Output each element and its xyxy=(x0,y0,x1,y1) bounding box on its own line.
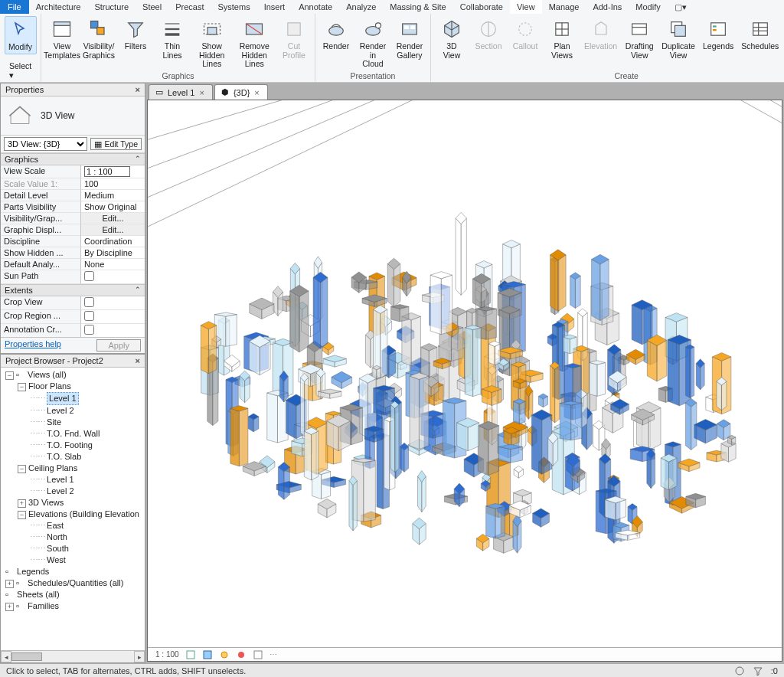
prop-value[interactable] xyxy=(80,310,145,324)
tree-node[interactable]: −Ceiling Plans xyxy=(2,463,143,474)
tree-node[interactable]: ⋯⋯ T.O. Slab xyxy=(2,451,143,463)
tree-node[interactable]: ⋯⋯ Level 1 xyxy=(2,392,143,405)
duplicate-button[interactable]: DuplicateView xyxy=(660,16,697,61)
link-icon[interactable] xyxy=(734,666,745,676)
close-icon[interactable]: × xyxy=(199,88,204,97)
modify-button[interactable]: Modify xyxy=(5,16,37,54)
prop-value[interactable] xyxy=(80,324,145,337)
tree-node[interactable]: ⋯⋯ Level 2 xyxy=(2,486,143,497)
file-menu[interactable]: File xyxy=(0,0,29,14)
menu-steel[interactable]: Steel xyxy=(136,0,168,14)
menu-annotate[interactable]: Annotate xyxy=(292,0,339,14)
prop-value[interactable]: Medium xyxy=(80,190,145,201)
prop-value[interactable]: Edit... xyxy=(80,224,145,236)
tree-node[interactable]: ▫ Legends xyxy=(2,566,143,577)
filter-icon[interactable] xyxy=(753,666,763,676)
menu-precast[interactable]: Precast xyxy=(168,0,211,14)
menu-systems[interactable]: Systems xyxy=(211,0,256,14)
checkbox[interactable] xyxy=(84,325,94,335)
select-dropdown[interactable]: Select ▾ xyxy=(5,60,36,81)
menu-view[interactable]: View xyxy=(510,0,542,14)
filters-button[interactable]: Filters xyxy=(119,16,152,53)
tree-node[interactable]: +3D Views xyxy=(2,497,143,509)
collapse-icon[interactable]: ⌃ xyxy=(135,286,141,295)
view-tab[interactable]: ⬢{3D}× xyxy=(214,84,268,100)
expand-icon[interactable]: + xyxy=(18,499,26,508)
expand-icon[interactable]: − xyxy=(18,383,26,391)
prop-value[interactable]: By Discipline xyxy=(80,247,145,259)
close-icon[interactable]: × xyxy=(136,356,140,365)
rendergallery-button[interactable]: RenderGallery xyxy=(394,16,426,61)
menu-collaborate[interactable]: Collaborate xyxy=(453,0,510,14)
visual-style-icon[interactable] xyxy=(202,649,213,660)
collapse-icon[interactable]: ⌃ xyxy=(135,155,141,164)
removehidden-button[interactable]: RemoveHidden Lines xyxy=(235,16,273,70)
tree-node[interactable]: −Floor Plans xyxy=(2,381,143,392)
expand-icon[interactable]: − xyxy=(18,465,26,473)
thinlines-button[interactable]: ThinLines xyxy=(156,16,188,61)
edit-type-button[interactable]: ▦ Edit Type xyxy=(90,138,142,150)
crop-icon[interactable] xyxy=(253,649,263,660)
view-tab[interactable]: ▭Level 1× xyxy=(149,84,213,100)
menu-modify[interactable]: Modify xyxy=(629,0,667,14)
project-tree[interactable]: −▫ Views (all)−Floor Plans⋯⋯ Level 1⋯⋯ L… xyxy=(1,368,145,650)
tree-node[interactable]: +▫ Schedules/Quantities (all) xyxy=(2,577,143,589)
showhidden-button[interactable]: ShowHidden Lines xyxy=(193,16,230,70)
visibility-button[interactable]: Visibility/Graphics xyxy=(83,16,115,61)
drafting-button[interactable]: DraftingView xyxy=(623,16,655,61)
tree-node[interactable]: ⋯⋯ South xyxy=(2,543,143,554)
tree-node[interactable]: ⋯⋯ North xyxy=(2,531,143,543)
expand-icon[interactable]: + xyxy=(5,580,14,588)
prop-value[interactable] xyxy=(80,296,145,310)
expand-icon[interactable]: − xyxy=(18,511,26,519)
expand-icon[interactable]: − xyxy=(5,371,14,380)
prop-value[interactable]: 1 : 100 xyxy=(80,165,145,178)
menu-manage[interactable]: Manage xyxy=(542,0,586,14)
view-scale[interactable]: 1 : 100 xyxy=(155,650,179,659)
prop-value[interactable]: Edit... xyxy=(80,213,145,224)
expand-icon[interactable]: + xyxy=(5,603,14,611)
menu-overflow[interactable]: ▢▾ xyxy=(668,0,694,14)
rendercloud-button[interactable]: Renderin Cloud xyxy=(357,16,389,70)
tree-node[interactable]: +▫ Families xyxy=(2,600,143,612)
render-button[interactable]: Render xyxy=(320,16,352,53)
checkbox[interactable] xyxy=(84,311,94,321)
checkbox[interactable] xyxy=(84,297,94,307)
checkbox[interactable] xyxy=(84,271,94,281)
shadow-icon[interactable] xyxy=(236,649,247,660)
tree-node[interactable]: ⋯⋯ Site xyxy=(2,417,143,428)
legends-button[interactable]: Legends xyxy=(701,16,735,53)
tree-node[interactable]: ⋯⋯ T.O. Fnd. Wall xyxy=(2,428,143,440)
type-selector[interactable]: 3D View: {3D} xyxy=(4,137,87,151)
tree-node[interactable]: ⋯⋯ T.O. Footing xyxy=(2,440,143,451)
menu-architecture[interactable]: Architecture xyxy=(29,0,88,14)
close-icon[interactable]: × xyxy=(254,88,259,97)
menu-analyze[interactable]: Analyze xyxy=(339,0,383,14)
prop-value[interactable]: 100 xyxy=(80,178,145,190)
menu-add-ins[interactable]: Add-Ins xyxy=(586,0,629,14)
browser-scroll[interactable]: ◂▸ xyxy=(1,650,145,662)
tree-node[interactable]: ⋯⋯ East xyxy=(2,520,143,531)
apply-button[interactable]: Apply xyxy=(96,339,141,352)
menu-structure[interactable]: Structure xyxy=(87,0,136,14)
tree-node[interactable]: −▫ Views (all) xyxy=(2,369,143,381)
tree-node[interactable]: −Elevations (Building Elevation xyxy=(2,509,143,520)
tree-node[interactable]: ⋯⋯ Level 2 xyxy=(2,405,143,417)
sun-icon[interactable] xyxy=(219,649,230,660)
schedules-button[interactable]: Schedules xyxy=(740,16,780,53)
tree-node[interactable]: ⋯⋯ West xyxy=(2,554,143,566)
tree-node[interactable]: ⋯⋯ Level 1 xyxy=(2,474,143,486)
3dview-button[interactable]: 3DView xyxy=(436,16,468,61)
prop-value[interactable]: None xyxy=(80,259,145,270)
detail-icon[interactable] xyxy=(185,649,196,660)
tree-node[interactable]: ▫ Sheets (all) xyxy=(2,589,143,600)
prop-value[interactable] xyxy=(80,270,145,284)
prop-value[interactable]: Coordination xyxy=(80,236,145,247)
planviews-button[interactable]: PlanViews xyxy=(546,16,578,61)
prop-value[interactable]: Show Original xyxy=(80,201,145,213)
view-control-bar[interactable]: 1 : 100 ⋯ xyxy=(148,647,782,661)
close-icon[interactable]: × xyxy=(136,85,140,94)
menu-massing-site[interactable]: Massing & Site xyxy=(383,0,452,14)
menu-insert[interactable]: Insert xyxy=(257,0,292,14)
properties-help-link[interactable]: Properties help xyxy=(5,339,61,352)
